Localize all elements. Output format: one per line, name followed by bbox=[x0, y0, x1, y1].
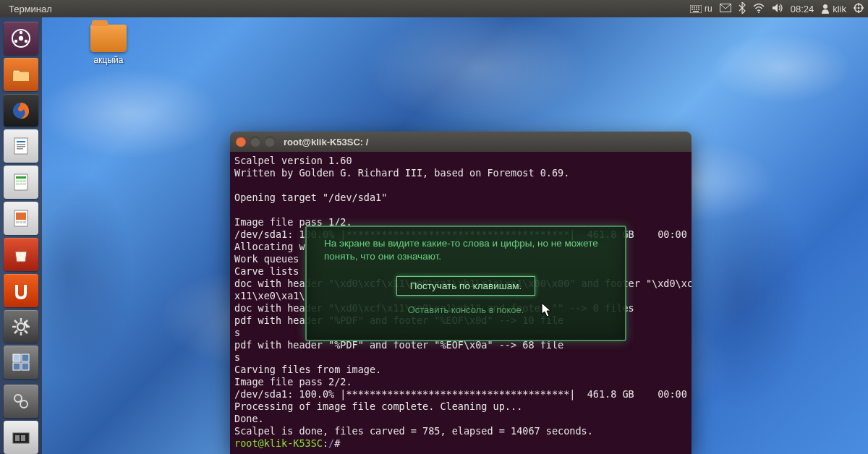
svg-rect-36 bbox=[16, 183, 19, 185]
svg-point-21 bbox=[14, 40, 17, 43]
bluetooth-icon[interactable] bbox=[739, 2, 746, 16]
svg-point-20 bbox=[20, 31, 22, 34]
desktop-folder-label: акцыйа bbox=[80, 55, 137, 65]
launcher-impress[interactable] bbox=[4, 202, 38, 235]
svg-line-49 bbox=[14, 320, 17, 323]
power-icon[interactable] bbox=[854, 3, 864, 15]
svg-line-52 bbox=[14, 330, 17, 333]
svg-rect-1 bbox=[692, 7, 693, 8]
svg-rect-62 bbox=[21, 435, 25, 441]
launcher-ubuntu-one[interactable] bbox=[4, 274, 38, 307]
svg-rect-41 bbox=[16, 221, 19, 223]
network-icon[interactable] bbox=[753, 3, 765, 15]
game-dialog: На экране вы видите какие-то слова и циф… bbox=[305, 226, 626, 341]
dialog-message: На экране вы видите какие-то слова и циф… bbox=[324, 237, 608, 263]
svg-rect-18 bbox=[861, 7, 864, 9]
keyboard-lang-label: ru bbox=[705, 4, 712, 14]
keyboard-indicator[interactable]: ru bbox=[690, 4, 712, 14]
svg-rect-30 bbox=[17, 148, 23, 150]
launcher-workspace-switcher[interactable] bbox=[4, 346, 38, 379]
svg-point-11 bbox=[758, 12, 760, 13]
svg-rect-7 bbox=[696, 9, 697, 10]
svg-rect-16 bbox=[858, 10, 859, 13]
launcher-system-settings[interactable] bbox=[4, 310, 38, 343]
svg-rect-29 bbox=[17, 146, 25, 147]
mouse-cursor bbox=[541, 302, 553, 318]
launcher-writer[interactable] bbox=[4, 129, 38, 163]
svg-point-14 bbox=[858, 7, 860, 9]
app-menu-name[interactable]: Терминал bbox=[4, 4, 56, 14]
svg-rect-2 bbox=[694, 7, 695, 8]
svg-rect-37 bbox=[20, 183, 22, 185]
svg-rect-28 bbox=[17, 144, 25, 145]
launcher-firefox[interactable] bbox=[4, 94, 38, 127]
svg-rect-17 bbox=[854, 7, 856, 9]
svg-rect-32 bbox=[16, 176, 26, 179]
user-name: klik bbox=[833, 4, 846, 14]
svg-rect-3 bbox=[696, 7, 697, 8]
svg-rect-40 bbox=[16, 213, 26, 220]
launcher-files[interactable] bbox=[4, 58, 38, 91]
clock[interactable]: 08:24 bbox=[791, 4, 814, 14]
svg-line-59 bbox=[20, 401, 22, 402]
svg-rect-34 bbox=[20, 180, 22, 182]
window-maximize-button[interactable] bbox=[265, 137, 275, 147]
dialog-secondary-button[interactable]: Оставить консоль в покое. bbox=[408, 304, 524, 315]
svg-rect-5 bbox=[692, 9, 693, 10]
launcher-calc[interactable] bbox=[4, 166, 38, 199]
svg-rect-54 bbox=[22, 354, 29, 361]
svg-rect-27 bbox=[17, 141, 25, 142]
svg-rect-6 bbox=[694, 9, 695, 10]
svg-rect-9 bbox=[693, 11, 699, 12]
terminal-title: root@klik-K53SC: / bbox=[284, 137, 368, 147]
mail-icon[interactable] bbox=[720, 4, 731, 14]
user-menu[interactable]: klik bbox=[821, 4, 846, 14]
svg-rect-56 bbox=[22, 363, 29, 370]
window-close-button[interactable] bbox=[236, 137, 246, 147]
terminal-titlebar[interactable]: root@klik-K53SC: / bbox=[230, 132, 692, 152]
svg-rect-38 bbox=[23, 183, 26, 185]
system-tray: ru 08:24 klik bbox=[690, 2, 864, 16]
launcher-bottom-app-2[interactable] bbox=[4, 421, 38, 454]
launcher-bottom-app-1[interactable] bbox=[4, 385, 38, 418]
svg-rect-53 bbox=[13, 354, 20, 361]
svg-rect-15 bbox=[858, 3, 859, 6]
svg-point-22 bbox=[25, 40, 27, 43]
dialog-primary-button[interactable]: Постучать по клавишам. bbox=[396, 276, 535, 296]
folder-icon bbox=[90, 25, 127, 52]
svg-rect-55 bbox=[13, 363, 20, 370]
launcher-software-center[interactable] bbox=[4, 238, 38, 271]
window-minimize-button[interactable] bbox=[250, 137, 260, 147]
svg-rect-8 bbox=[698, 9, 699, 10]
svg-rect-42 bbox=[20, 221, 22, 223]
svg-rect-43 bbox=[23, 221, 26, 223]
volume-icon[interactable] bbox=[772, 3, 783, 15]
svg-point-12 bbox=[823, 4, 827, 9]
svg-rect-61 bbox=[15, 435, 20, 441]
svg-point-44 bbox=[17, 323, 25, 330]
svg-rect-33 bbox=[16, 180, 19, 182]
svg-rect-4 bbox=[698, 7, 699, 8]
launcher-dash[interactable] bbox=[4, 22, 38, 55]
svg-rect-24 bbox=[13, 72, 29, 81]
svg-line-50 bbox=[25, 330, 27, 333]
svg-rect-35 bbox=[23, 180, 26, 182]
desktop-folder[interactable]: акцыйа bbox=[80, 25, 137, 65]
top-menu-bar: Терминал ru 08:24 klik bbox=[0, 0, 868, 17]
svg-point-23 bbox=[19, 36, 23, 40]
unity-launcher bbox=[0, 17, 42, 454]
